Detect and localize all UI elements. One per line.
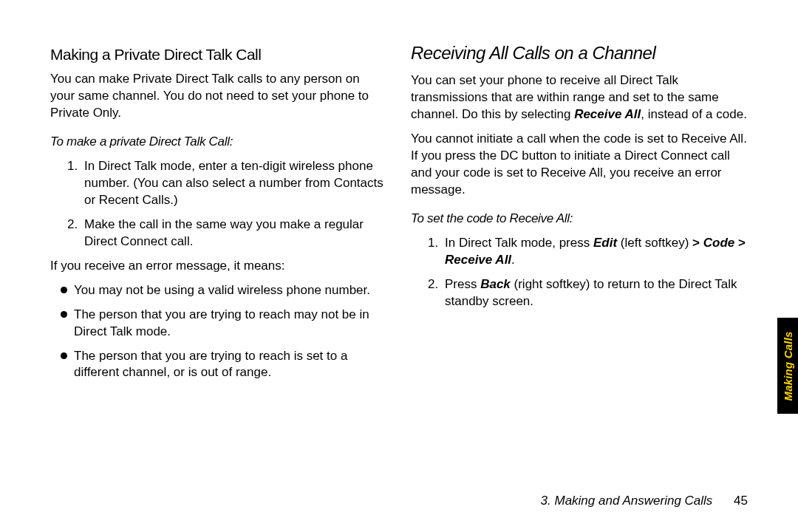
footer-chapter: 3. Making and Answering Calls — [541, 494, 713, 508]
left-bullet-1: You may not be using a valid wireless ph… — [61, 282, 387, 299]
menu-code: Code — [700, 236, 738, 250]
sep: > — [738, 236, 746, 250]
right-p2: You cannot initiate a call when the code… — [411, 131, 748, 199]
left-intro: You can make Private Direct Talk calls t… — [50, 71, 387, 122]
left-bullet-3: The person that you are trying to reach … — [61, 348, 387, 382]
right-steps: In Direct Talk mode, press Edit (left so… — [411, 235, 748, 310]
left-column: Making a Private Direct Talk Call You ca… — [50, 37, 387, 473]
right-column: Receiving All Calls on a Channel You can… — [411, 37, 748, 473]
page-body: Making a Private Direct Talk Call You ca… — [0, 0, 798, 473]
text: , instead of a code. — [641, 107, 747, 121]
text: (left softkey) — [617, 236, 692, 250]
right-heading: Receiving All Calls on a Channel — [411, 41, 748, 65]
right-step-1: In Direct Talk mode, press Edit (left so… — [442, 235, 748, 269]
sep: > — [692, 236, 700, 250]
right-lead: To set the code to Receive All: — [411, 211, 748, 228]
text: Press — [445, 277, 480, 291]
page-footer: 3. Making and Answering Calls 45 — [541, 494, 748, 508]
left-step-2: Make the call in the same way you make a… — [81, 216, 387, 250]
section-tab: Making Calls — [777, 318, 798, 414]
left-error-intro: If you receive an error message, it mean… — [50, 258, 387, 275]
left-steps: In Direct Talk mode, enter a ten-digit w… — [50, 158, 387, 250]
footer-page-number: 45 — [734, 494, 748, 508]
text: In Direct Talk mode, press — [445, 236, 593, 250]
right-step-2: Press Back (right softkey) to return to … — [442, 276, 748, 310]
term-receive-all: Receive All — [574, 107, 641, 121]
softkey-back: Back — [480, 277, 511, 291]
left-step-1: In Direct Talk mode, enter a ten-digit w… — [81, 158, 387, 209]
right-p1: You can set your phone to receive all Di… — [411, 72, 748, 123]
left-heading: Making a Private Direct Talk Call — [50, 44, 387, 65]
menu-receive-all: Receive All — [445, 253, 511, 267]
left-lead: To make a private Direct Talk Call: — [50, 134, 387, 151]
softkey-edit: Edit — [593, 236, 617, 250]
text: . — [511, 253, 515, 267]
left-bullet-2: The person that you are trying to reach … — [61, 307, 387, 341]
section-tab-label: Making Calls — [782, 331, 794, 400]
left-bullets: You may not be using a valid wireless ph… — [50, 282, 387, 382]
